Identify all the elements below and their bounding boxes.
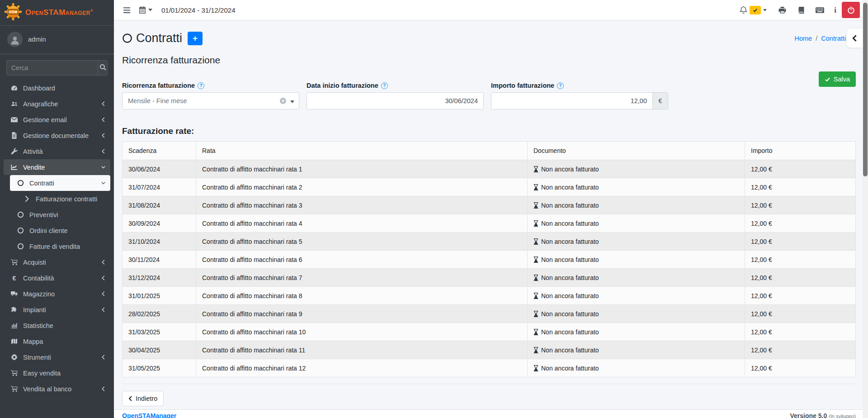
date-range[interactable]: 01/01/2024 - 31/12/2024 (161, 6, 235, 14)
back-button[interactable]: Indietro (122, 391, 164, 406)
rate-importo: 12,00 € (745, 251, 856, 269)
brand[interactable]: OSM OpenSTAManager® (0, 0, 114, 26)
help-icon[interactable]: ? (198, 82, 204, 89)
sidebar-item-ordini-cliente[interactable]: Ordini cliente (10, 223, 110, 238)
scrollbar-thumb[interactable] (863, 3, 868, 176)
sidebar-item-impianti[interactable]: Impianti (4, 302, 110, 318)
map-icon (10, 338, 19, 345)
documento-status: Non ancora fatturato (541, 166, 599, 173)
rate-scadenza: 31/01/2025 (123, 287, 196, 305)
logout-power-button[interactable] (842, 2, 860, 18)
manual-book-icon[interactable] (797, 7, 805, 14)
sidebar-item-fatture-di-vendita[interactable]: Fatture di vendita (10, 238, 110, 254)
info-icon[interactable]: i (834, 6, 836, 14)
sidebar-item-anagrafiche[interactable]: Anagrafiche (4, 96, 110, 112)
todo-check-badge[interactable] (750, 6, 761, 14)
notifications-bell-icon[interactable] (740, 6, 747, 14)
sidebar-item-fatturazione-contratti[interactable]: Fatturazione contratti (10, 191, 110, 207)
help-icon[interactable]: ? (557, 82, 564, 89)
rate-documento: Non ancora fatturato (528, 233, 745, 251)
check-icon (825, 76, 830, 82)
clear-icon[interactable] (280, 98, 286, 104)
wrench-icon (10, 148, 19, 155)
documento-status: Non ancora fatturato (541, 365, 599, 372)
brand-name: OpenSTAManager® (25, 8, 93, 17)
chevron-down-icon (100, 165, 106, 170)
footer-app-link[interactable]: OpenSTAManager (122, 412, 176, 418)
scrollbar (863, 0, 868, 418)
field-label: Importo fatturazione ? (491, 82, 668, 89)
print-icon[interactable] (778, 7, 786, 14)
rates-table: Scadenza Rata Documento Importo 30/06/20… (122, 141, 856, 377)
save-button[interactable]: Salva (819, 71, 856, 87)
sidebar-item-magazzino[interactable]: Magazzino (4, 286, 110, 302)
rate-scadenza: 28/02/2025 (123, 305, 196, 323)
sidebar-item-strumenti[interactable]: Strumenti (4, 349, 110, 365)
sidebar-item-contabilit[interactable]: €Contabilità (4, 270, 110, 286)
caret-down-icon (148, 9, 152, 11)
menu-toggle-icon[interactable] (123, 7, 131, 14)
breadcrumb-home-link[interactable]: Home (794, 35, 812, 42)
circle-icon (16, 180, 25, 186)
rate-importo: 12,00 € (745, 305, 856, 323)
rate-importo: 12,00 € (745, 214, 856, 233)
hourglass-icon (533, 311, 538, 317)
avatar[interactable] (7, 32, 23, 47)
sidebar-item-label: Attività (23, 148, 96, 155)
cart-icon (10, 385, 19, 392)
main-content: Contratti + Home / Contratti Ricorrenza … (114, 20, 868, 409)
sidebar-item-preventivi[interactable]: Preventivi (10, 207, 110, 223)
search-button[interactable] (98, 61, 107, 75)
search-input[interactable] (7, 61, 98, 75)
chart-bar-icon (10, 322, 19, 329)
cart-icon (10, 370, 19, 376)
currency-addon: € (652, 93, 668, 109)
sidebar-item-dashboard[interactable]: Dashboard (4, 80, 110, 96)
rate-scadenza: 31/05/2025 (123, 359, 196, 377)
rate-row: 30/04/2025Contratto di affitto macchinar… (123, 341, 856, 359)
truck-icon (10, 290, 19, 297)
user-name[interactable]: admin (28, 36, 46, 43)
rate-descrizione: Contratto di affitto macchinari rata 7 (196, 269, 528, 287)
sidebar-item-attivit[interactable]: Attività (4, 143, 110, 159)
circle-icon (16, 243, 25, 250)
sidebar-item-gestione-documentale[interactable]: Gestione documentale (4, 128, 110, 143)
sidebar-item-acquisti[interactable]: Acquisti (4, 254, 110, 270)
sidebar-item-label: Vendita al banco (23, 385, 96, 393)
breadcrumb-current-link[interactable]: Contratti (821, 35, 846, 42)
keyboard-shortcuts-icon[interactable] (816, 7, 824, 13)
chevron-left-icon (100, 133, 106, 138)
importo-input[interactable] (491, 93, 652, 109)
euro-icon: € (10, 275, 19, 281)
period-picker[interactable] (139, 6, 152, 14)
cart-icon (10, 259, 19, 266)
collapse-panel-button[interactable] (846, 28, 863, 48)
sidebar-item-easy-vendita[interactable]: Easy vendita (4, 365, 110, 381)
data-inizio-input[interactable] (307, 93, 483, 109)
documento-status: Non ancora fatturato (541, 220, 599, 227)
sidebar-item-gestione-email[interactable]: Gestione email (4, 112, 110, 128)
rate-scadenza: 30/11/2024 (123, 251, 196, 269)
sidebar-item-statistiche[interactable]: Statistiche (4, 318, 110, 333)
help-icon[interactable]: ? (381, 82, 388, 89)
sidebar-item-label: Anagrafiche (23, 100, 96, 108)
section-title: Ricorrenza fatturazione (122, 55, 856, 66)
sidebar-item-vendita-al-banco[interactable]: Vendita al banco (4, 381, 110, 397)
sidebar-item-vendite[interactable]: Vendite (4, 159, 110, 175)
sidebar-item-contratti[interactable]: Contratti (10, 175, 110, 191)
rate-descrizione: Contratto di affitto macchinari rata 9 (196, 305, 528, 323)
field-label: Data inizio fatturazione ? (307, 82, 484, 89)
circle-icon (16, 227, 25, 234)
column-header-rata: Rata (196, 142, 528, 160)
sidebar-item-label: Fatturazione contratti (36, 195, 106, 203)
sidebar-item-label: Contabilità (23, 275, 96, 282)
chevron-left-icon (100, 276, 106, 280)
person-icon (10, 35, 20, 45)
ricorrenza-select[interactable]: Mensile - Fine mese (122, 92, 299, 109)
sidebar-item-mappa[interactable]: Mappa (4, 333, 110, 349)
rate-row: 30/06/2024Contratto di affitto macchinar… (123, 160, 856, 178)
hourglass-icon (533, 329, 538, 335)
add-contract-button[interactable]: + (188, 32, 203, 45)
documento-status: Non ancora fatturato (541, 238, 599, 245)
sidebar-item-label: Impianti (23, 306, 96, 314)
